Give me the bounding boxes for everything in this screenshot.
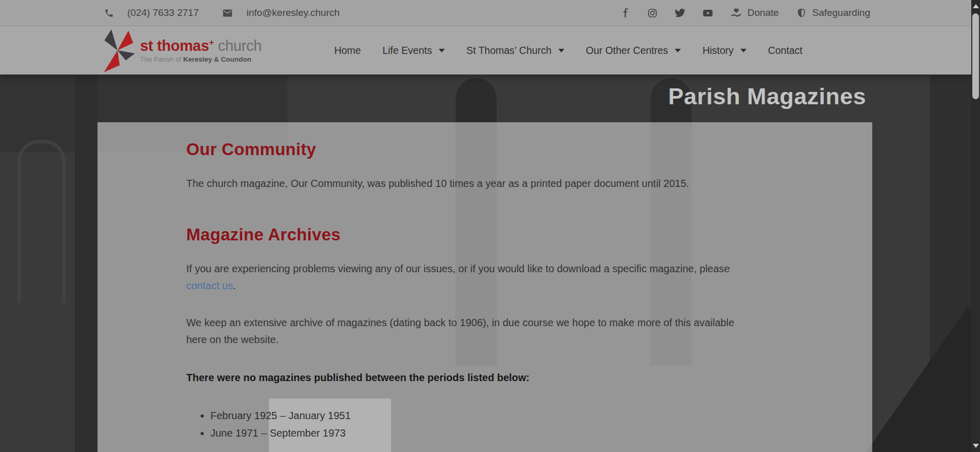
list-item: February 1925 – January 1951 xyxy=(210,407,757,425)
content-panel: Our Community The church magazine, Our C… xyxy=(97,122,872,452)
nav-item-home[interactable]: Home xyxy=(334,45,361,56)
scroll-down-icon xyxy=(973,444,979,448)
email-link[interactable]: info@keresley.church xyxy=(222,7,340,18)
bg-pillar xyxy=(75,75,97,452)
paragraph-magazine-intro: The church magazine, Our Community, was … xyxy=(186,175,757,192)
site-header: (024) 7633 2717 info@keresley.church xyxy=(0,0,971,74)
section-heading-our-community: Our Community xyxy=(186,140,757,159)
vertical-scrollbar[interactable] xyxy=(971,0,980,452)
phone-icon xyxy=(104,8,114,18)
instagram-icon[interactable] xyxy=(648,8,657,18)
safeguarding-link[interactable]: Safeguarding xyxy=(796,7,870,18)
scroll-up-button[interactable] xyxy=(971,2,980,10)
logo-church: church xyxy=(214,37,262,54)
top-utility-bar: (024) 7633 2717 info@keresley.church xyxy=(0,0,971,26)
logo-tagline-light: The Parish of xyxy=(140,55,183,63)
scrollbar-thumb[interactable] xyxy=(972,13,979,99)
phone-link[interactable]: (024) 7633 2717 xyxy=(104,7,199,18)
scroll-down-button[interactable] xyxy=(971,441,980,450)
nav-label: Contact xyxy=(768,45,802,56)
nav-item-contact[interactable]: Contact xyxy=(768,45,802,56)
section-heading-magazine-archives: Magazine Archives xyxy=(186,225,757,244)
nav-item-life-events[interactable]: Life Events xyxy=(382,45,444,56)
logo-name: st thomas xyxy=(140,37,209,54)
paragraph-archive-info: We keep an extensive archive of magazine… xyxy=(186,314,757,348)
paragraph-text: If you are experiencing problems viewing… xyxy=(186,263,730,274)
donate-label: Donate xyxy=(748,7,779,18)
list-item: June 1971 – September 1973 xyxy=(210,425,757,442)
paragraph-text: . xyxy=(233,280,236,291)
bg-arch-outline xyxy=(17,140,66,303)
logo-tagline-bold: Keresley & Coundon xyxy=(183,55,251,63)
nav-item-st-thomas-church[interactable]: St Thomas’ Church xyxy=(466,45,564,56)
safeguarding-label: Safeguarding xyxy=(812,7,870,18)
gap-periods-list: February 1925 – January 1951 June 1971 –… xyxy=(186,407,757,442)
youtube-icon[interactable] xyxy=(702,8,713,18)
chevron-down-icon xyxy=(740,49,747,52)
nav-label: History xyxy=(702,45,734,56)
main-navbar: st thomas+ church The Parish of Keresley… xyxy=(0,26,971,74)
nav-menu: Home Life Events St Thomas’ Church Our O… xyxy=(334,45,802,56)
logo-cross-icon xyxy=(100,28,135,73)
paragraph-problems-viewing: If you are experiencing problems viewing… xyxy=(186,260,757,294)
nav-label: Home xyxy=(334,45,361,56)
page-title: Parish Magazines xyxy=(668,83,866,110)
nav-item-our-other-centres[interactable]: Our Other Centres xyxy=(586,45,681,56)
twitter-icon[interactable] xyxy=(675,8,685,18)
site-logo[interactable]: st thomas+ church The Parish of Keresley… xyxy=(100,28,262,73)
shield-icon xyxy=(796,7,807,18)
contact-us-link[interactable]: contact us xyxy=(186,280,233,291)
nav-label: Life Events xyxy=(382,45,432,56)
page: (024) 7633 2717 info@keresley.church xyxy=(0,0,980,452)
chevron-down-icon xyxy=(675,49,681,52)
scroll-up-icon xyxy=(973,4,979,8)
logo-text: st thomas+ church The Parish of Keresley… xyxy=(140,38,262,63)
logo-plus: + xyxy=(209,37,214,47)
nav-label: St Thomas’ Church xyxy=(466,45,552,56)
email-address: info@keresley.church xyxy=(246,7,340,18)
hand-holding-heart-icon xyxy=(731,7,742,18)
facebook-icon[interactable] xyxy=(621,8,630,17)
paragraph-no-magazines-note: There were no magazines published betwee… xyxy=(186,369,757,386)
nav-item-history[interactable]: History xyxy=(702,45,747,56)
donate-link[interactable]: Donate xyxy=(731,7,779,18)
chevron-down-icon xyxy=(558,49,564,52)
chevron-down-icon xyxy=(439,49,445,52)
nav-label: Our Other Centres xyxy=(586,45,668,56)
envelope-icon xyxy=(222,8,233,18)
phone-number: (024) 7633 2717 xyxy=(127,7,199,18)
